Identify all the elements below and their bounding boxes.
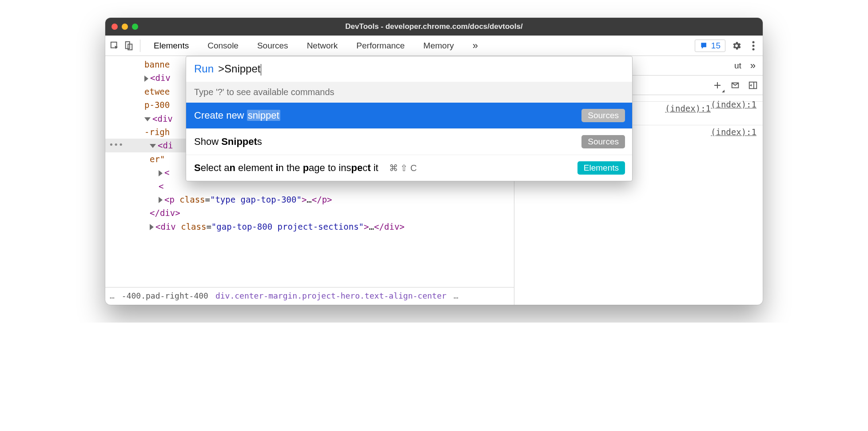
tab-network[interactable]: Network: [299, 41, 346, 51]
settings-icon[interactable]: [731, 40, 742, 52]
command-category-badge: Sources: [581, 109, 625, 122]
breadcrumb-item[interactable]: div.center-margin.project-hero.text-alig…: [215, 290, 446, 303]
rule-source-link[interactable]: (index):1: [711, 127, 757, 137]
new-style-rule-icon[interactable]: [711, 79, 724, 92]
svg-point-5: [753, 48, 755, 50]
main-toolbar: Elements Console Sources Network Perform…: [105, 36, 763, 56]
dom-line[interactable]: <: [105, 180, 514, 193]
close-window-button[interactable]: [111, 24, 118, 30]
more-icon[interactable]: [748, 40, 759, 52]
command-run-label: Run: [194, 63, 214, 75]
breadcrumb-ellipsis-left[interactable]: …: [110, 290, 115, 303]
issues-badge[interactable]: 15: [695, 40, 725, 52]
breadcrumb-ellipsis-right[interactable]: …: [454, 290, 458, 303]
separator: [140, 40, 140, 52]
maximize-window-button[interactable]: [132, 24, 138, 30]
dom-line[interactable]: <p class="type gap-top-300">…</p>: [105, 193, 514, 206]
window-title: DevTools - developer.chrome.com/docs/dev…: [105, 22, 763, 31]
issues-count: 15: [711, 41, 721, 51]
device-toggle-icon[interactable]: [123, 40, 135, 52]
command-label: Show Snippets: [194, 136, 262, 148]
command-category-badge: Sources: [581, 135, 625, 148]
titlebar: DevTools - developer.chrome.com/docs/dev…: [105, 18, 763, 36]
rule-source-link[interactable]: (index):1: [711, 100, 757, 109]
tabs-overflow[interactable]: »: [465, 40, 486, 52]
tab-elements[interactable]: Elements: [146, 41, 197, 51]
minimize-window-button[interactable]: [122, 24, 128, 30]
inspect-element-icon[interactable]: [109, 40, 120, 52]
dom-line[interactable]: <div class="gap-top-800 project-sections…: [105, 220, 514, 233]
shortcut: ⌘ ⇧ C: [389, 163, 417, 173]
tab-performance[interactable]: Performance: [348, 41, 413, 51]
command-item[interactable]: Create new snippetSources: [186, 103, 632, 129]
command-label: Create new snippet: [194, 110, 280, 121]
command-hint: Type '?' to see available commands: [186, 82, 632, 103]
styles-tab-partial[interactable]: ut: [731, 61, 745, 71]
svg-point-3: [753, 41, 755, 43]
command-menu: Run >Snippet Type '?' to see available c…: [186, 56, 633, 181]
command-category-badge: Elements: [577, 161, 625, 175]
rule-source-link[interactable]: (index):1: [665, 104, 711, 113]
command-label: Select an element in the page to inspect…: [194, 162, 417, 174]
command-prefix: >: [218, 63, 224, 75]
command-input[interactable]: Run >Snippet: [186, 56, 632, 82]
tab-memory[interactable]: Memory: [415, 41, 462, 51]
dom-line[interactable]: </div>: [105, 206, 514, 219]
tab-sources[interactable]: Sources: [249, 41, 296, 51]
command-item[interactable]: Show SnippetsSources: [186, 129, 632, 155]
command-text: Snippet: [224, 63, 260, 75]
breadcrumb-item[interactable]: -400.pad-right-400: [122, 290, 208, 303]
toggle-sidebar-icon[interactable]: [747, 79, 759, 92]
command-item[interactable]: Select an element in the page to inspect…: [186, 155, 632, 181]
styles-tabs-overflow[interactable]: »: [747, 60, 759, 72]
tab-console[interactable]: Console: [199, 41, 247, 51]
computed-styles-icon[interactable]: [729, 79, 741, 92]
svg-point-4: [753, 44, 755, 47]
breadcrumb: … -400.pad-right-400 div.center-margin.p…: [105, 287, 514, 305]
text-cursor: [261, 64, 261, 76]
